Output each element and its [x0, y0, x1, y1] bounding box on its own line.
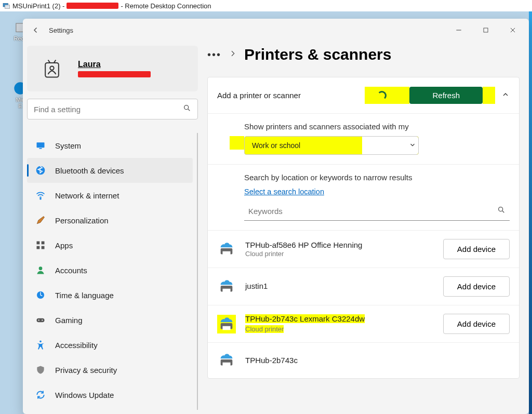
search-location-label: Search by location or keywords to narrow…	[244, 173, 510, 182]
sidebar-item-privacy-security[interactable]: Privacy & security	[27, 357, 193, 382]
sidebar-item-accessibility[interactable]: Accessibility	[27, 332, 193, 357]
search-icon	[497, 206, 506, 216]
minimize-button[interactable]	[447, 22, 471, 38]
sidebar-item-personalization[interactable]: Personalization	[27, 208, 193, 233]
close-button[interactable]	[501, 22, 525, 38]
svg-rect-5	[484, 28, 488, 32]
printers-panel: Add a printer or scanner Refresh Show pr…	[207, 77, 520, 379]
svg-rect-28	[222, 251, 230, 255]
desktop-right-edge	[529, 11, 532, 414]
printer-row: TPHub-2b743c	[208, 342, 519, 378]
window-title: Settings	[49, 26, 73, 34]
cloud-printer-icon	[217, 277, 236, 296]
svg-point-8	[184, 105, 189, 110]
svg-point-22	[38, 319, 39, 320]
add-device-button[interactable]: Add device	[443, 239, 510, 259]
svg-rect-10	[37, 142, 45, 148]
monitor-icon	[35, 140, 46, 151]
add-device-button[interactable]: Add device	[443, 276, 510, 297]
select-location-link[interactable]: Select a search location	[244, 188, 324, 196]
svg-rect-17	[42, 246, 45, 249]
cloud-printer-icon	[217, 240, 236, 259]
sidebar-item-label: System	[55, 141, 81, 150]
settings-window: Settings Laura	[23, 19, 529, 414]
svg-rect-30	[222, 288, 230, 292]
globe-clock-icon	[35, 290, 46, 300]
rdc-icon	[2, 2, 10, 10]
sidebar-item-label: Time & language	[55, 291, 114, 300]
svg-point-7	[50, 66, 54, 70]
sidebar-item-label: Gaming	[55, 316, 83, 325]
add-device-button[interactable]: Add device	[443, 314, 510, 334]
rdc-titlebar: MSUniPrint1 (2) - - Remote Desktop Conne…	[0, 0, 532, 11]
refresh-highlight: Refresh	[409, 87, 483, 104]
shield-icon	[35, 365, 46, 375]
printer-name: TPHub-af58e6 HP Office Henning	[245, 241, 434, 250]
sidebar-item-label: Apps	[55, 241, 73, 250]
collapse-icon[interactable]	[501, 90, 510, 101]
printer-name: justin1	[245, 282, 434, 291]
keywords-field[interactable]	[244, 203, 510, 221]
svg-line-9	[188, 109, 190, 111]
sidebar-item-apps[interactable]: Apps	[27, 233, 193, 258]
sidebar-item-accounts[interactable]: Accounts	[27, 258, 193, 283]
profile-card[interactable]: Laura	[27, 46, 198, 91]
settings-search-input[interactable]	[34, 105, 183, 114]
sidebar-item-label: Windows Update	[55, 391, 114, 399]
sidebar-item-label: Bluetooth & devices	[55, 166, 124, 175]
profile-avatar-icon	[39, 56, 64, 81]
assoc-label: Show printers and scanners associated wi…	[244, 122, 510, 131]
person-icon	[35, 265, 46, 275]
keywords-input[interactable]	[248, 207, 497, 216]
printer-name: TPHub-2b743c Lexmark C3224dw	[245, 314, 365, 323]
sidebar-item-time-language[interactable]: Time & language	[27, 283, 193, 308]
add-printer-header: Add a printer or scanner Refresh	[208, 77, 519, 113]
cloud-printer-icon	[217, 351, 236, 370]
maximize-button[interactable]	[474, 22, 498, 38]
wifi-icon	[35, 190, 46, 201]
bluetooth-icon	[35, 165, 46, 176]
main-pane: ••• Printers & scanners Add a printer or…	[202, 42, 529, 414]
printer-type: Cloud printer	[245, 250, 434, 258]
sidebar-item-bluetooth[interactable]: Bluetooth & devices	[27, 158, 193, 183]
printer-search-section: Search by location or keywords to narrow…	[208, 164, 519, 230]
sidebar-item-label: Personalization	[55, 216, 109, 225]
rdc-title-prefix: MSUniPrint1 (2) -	[12, 2, 64, 10]
svg-point-24	[39, 341, 42, 343]
apps-icon	[35, 240, 46, 250]
settings-search[interactable]	[27, 99, 198, 119]
svg-rect-14	[37, 242, 40, 245]
breadcrumb: ••• Printers & scanners	[207, 46, 520, 63]
nav: System Bluetooth & devices Network & int…	[27, 133, 198, 410]
sidebar-item-gaming[interactable]: Gaming	[27, 308, 193, 332]
svg-rect-21	[37, 318, 45, 323]
update-icon	[35, 390, 46, 400]
cloud-printer-icon	[217, 315, 236, 333]
svg-point-13	[40, 198, 41, 199]
svg-rect-32	[222, 326, 230, 330]
loading-spinner-icon	[377, 91, 387, 100]
sidebar-item-system[interactable]: System	[27, 133, 193, 158]
rdc-title-suffix: - Remote Desktop Connection	[121, 2, 211, 10]
chevron-down-icon	[409, 141, 416, 150]
printer-row: TPHub-2b743c Lexmark C3224dw Cloud print…	[208, 305, 519, 342]
back-button[interactable]	[27, 21, 45, 39]
svg-point-18	[39, 266, 43, 270]
gamepad-icon	[35, 315, 46, 325]
window-titlebar: Settings	[23, 19, 529, 42]
breadcrumb-more[interactable]: •••	[207, 49, 221, 61]
assoc-dropdown-value: Work or school	[252, 141, 300, 150]
chevron-right-icon	[229, 49, 237, 60]
search-icon	[183, 104, 191, 114]
paintbrush-icon	[35, 215, 46, 225]
refresh-button[interactable]: Refresh	[409, 87, 483, 104]
sidebar-item-windows-update[interactable]: Windows Update	[27, 382, 193, 407]
assoc-dropdown[interactable]: Work or school	[244, 136, 419, 155]
svg-point-23	[42, 319, 43, 320]
page-title: Printers & scanners	[244, 46, 391, 63]
printer-row: justin1 Add device	[208, 268, 519, 305]
svg-rect-15	[42, 242, 45, 245]
accessibility-icon	[35, 340, 46, 350]
svg-point-25	[499, 207, 503, 211]
sidebar-item-network[interactable]: Network & internet	[27, 183, 193, 208]
